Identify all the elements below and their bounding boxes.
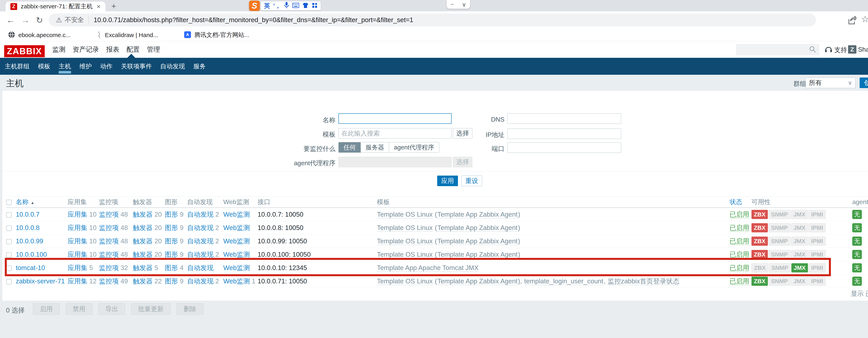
template-link[interactable]: 监控zabbix首页登录状态: [608, 277, 679, 285]
items-link[interactable]: 监控项: [99, 224, 119, 231]
applications-link[interactable]: 应用集: [68, 211, 87, 218]
template-link[interactable]: template_login_user_count: [524, 277, 603, 285]
status-link[interactable]: 已启用: [730, 251, 749, 259]
browser-tab[interactable]: Z zabbix-server-71: 配置主机 ×: [6, 2, 105, 11]
ime-mic-icon[interactable]: [284, 2, 289, 10]
template-link[interactable]: Template App Zabbix Agent: [437, 237, 518, 245]
ime-language-toggle[interactable]: 英: [264, 2, 270, 10]
template-link[interactable]: Template OS Linux: [377, 211, 433, 218]
host-name-link[interactable]: 10.0.0.7: [16, 211, 39, 218]
ime-keyboard-icon[interactable]: [292, 3, 299, 9]
discovery-link[interactable]: 自动发现: [187, 251, 214, 258]
items-link[interactable]: 监控项: [99, 237, 119, 245]
triggers-link[interactable]: 触发器: [133, 211, 153, 218]
subnav-hosts[interactable]: 主机: [59, 58, 71, 75]
status-link[interactable]: 已启用: [730, 264, 749, 272]
triggers-link[interactable]: 触发器: [133, 224, 153, 231]
items-link[interactable]: 监控项: [99, 277, 119, 285]
applications-link[interactable]: 应用集: [68, 264, 87, 271]
disable-button[interactable]: 禁用: [66, 303, 92, 315]
subnav-services[interactable]: 服务: [193, 58, 206, 75]
web-link[interactable]: Web监测: [223, 211, 250, 218]
minimize-icon[interactable]: −: [451, 1, 454, 8]
triggers-link[interactable]: 触发器: [133, 277, 153, 285]
discovery-link[interactable]: 自动发现: [187, 264, 214, 271]
reload-icon[interactable]: ↻: [36, 15, 43, 25]
bookmark-star-icon[interactable]: ☆: [861, 14, 868, 24]
sogou-logo-icon[interactable]: S: [249, 1, 260, 11]
web-link[interactable]: Web监测: [223, 224, 250, 231]
discovery-link[interactable]: 自动发现: [187, 237, 214, 245]
graphs-link[interactable]: 图形: [165, 237, 178, 245]
discovery-link[interactable]: 自动发现: [187, 277, 214, 285]
graphs-link[interactable]: 图形: [165, 251, 178, 258]
filter-ip-input[interactable]: [507, 129, 621, 139]
subnav-templates[interactable]: 模板: [38, 58, 50, 75]
triggers-link[interactable]: 触发器: [133, 251, 153, 258]
search-input[interactable]: [736, 44, 819, 55]
graphs-link[interactable]: 图形: [165, 224, 178, 231]
filter-port-input[interactable]: [507, 142, 621, 153]
address-bar[interactable]: ⚠ 不安全 10.0.0.71/zabbix/hosts.php?filter_…: [49, 13, 816, 26]
nav-administration[interactable]: 管理: [147, 45, 160, 54]
tab-close-icon[interactable]: ×: [97, 3, 100, 10]
subnav-host-groups[interactable]: 主机群组: [5, 58, 30, 75]
row-checkbox[interactable]: [6, 252, 11, 258]
subnav-discovery[interactable]: 自动发现: [160, 58, 185, 75]
graphs-link[interactable]: 图形: [165, 264, 178, 271]
host-name-link[interactable]: tomcat-10: [16, 264, 45, 271]
nav-reports[interactable]: 报表: [106, 45, 119, 54]
header-status[interactable]: 状态: [730, 198, 751, 206]
bookmark-tencent-docs[interactable]: 腾讯文档-官方网站...: [184, 31, 249, 39]
row-checkbox[interactable]: [6, 239, 11, 244]
applications-link[interactable]: 应用集: [68, 237, 87, 245]
url-text[interactable]: 10.0.0.71/zabbix/hosts.php?filter_host=&…: [94, 16, 413, 24]
row-checkbox[interactable]: [6, 212, 11, 217]
header-name[interactable]: 名称▲: [16, 198, 68, 206]
status-link[interactable]: 已启用: [730, 211, 749, 218]
monitored-by-any[interactable]: 任何: [339, 142, 361, 153]
ime-menu-grid-icon[interactable]: [312, 3, 317, 9]
triggers-link[interactable]: 触发器: [133, 264, 153, 271]
apply-button[interactable]: 应用: [437, 176, 458, 186]
web-link[interactable]: Web监测: [223, 277, 250, 285]
template-link[interactable]: Template OS Linux: [377, 277, 433, 285]
new-tab-button[interactable]: +: [110, 2, 118, 11]
graphs-link[interactable]: 图形: [165, 211, 178, 218]
web-link[interactable]: Web监测: [223, 251, 250, 258]
bookmark-excalidraw[interactable]: Excalidraw | Hand...: [97, 31, 158, 39]
row-checkbox[interactable]: [6, 226, 11, 231]
host-name-link[interactable]: 10.0.0.100: [16, 251, 47, 258]
web-link[interactable]: Web监测: [223, 237, 250, 245]
template-link[interactable]: Template App Zabbix Agent: [437, 251, 518, 259]
export-button[interactable]: 导出: [98, 303, 125, 315]
mass-update-button[interactable]: 批量更新: [131, 303, 170, 315]
subnav-actions[interactable]: 动作: [100, 58, 113, 75]
zabbix-logo[interactable]: ZABBIX: [4, 45, 45, 57]
status-link[interactable]: 已启用: [730, 237, 749, 245]
template-link[interactable]: Template OS Linux: [377, 251, 433, 259]
items-link[interactable]: 监控项: [99, 251, 119, 258]
applications-link[interactable]: 应用集: [68, 251, 87, 258]
enable-button[interactable]: 启用: [33, 303, 60, 315]
back-icon[interactable]: ←: [6, 15, 15, 25]
support-link[interactable]: 支持: [825, 45, 847, 55]
row-checkbox[interactable]: [6, 279, 11, 284]
template-link[interactable]: Template OS Linux: [377, 237, 433, 245]
items-link[interactable]: 监控项: [99, 264, 119, 271]
applications-link[interactable]: 应用集: [68, 277, 87, 285]
host-name-link[interactable]: 10.0.0.8: [16, 224, 39, 231]
share-page-icon[interactable]: [848, 16, 857, 26]
chevron-down-icon[interactable]: ∨: [462, 1, 466, 8]
template-link[interactable]: Template App Zabbix Agent: [437, 211, 518, 218]
select-all-checkbox[interactable]: [6, 200, 11, 205]
items-link[interactable]: 监控项: [99, 211, 119, 218]
web-link[interactable]: Web监测: [223, 264, 250, 271]
share-link[interactable]: Z Share: [848, 45, 868, 54]
ime-skin-icon[interactable]: [302, 2, 309, 9]
triggers-link[interactable]: 触发器: [133, 237, 153, 245]
delete-button[interactable]: 删除: [177, 303, 203, 315]
ime-punctuation-icon[interactable]: ’，: [273, 2, 281, 10]
discovery-link[interactable]: 自动发现: [187, 224, 214, 231]
group-filter-select[interactable]: 所有 ∨: [806, 77, 856, 88]
